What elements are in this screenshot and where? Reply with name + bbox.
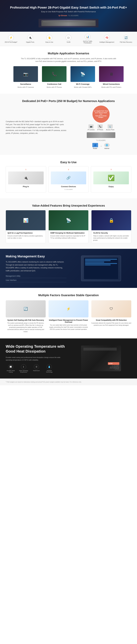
surveillance-image: 📷 bbox=[14, 66, 38, 82]
stable-grid: 🔄 System Self Healing with PoE Auto Reco… bbox=[6, 300, 131, 333]
heatsink-icon: 💧 bbox=[47, 364, 52, 369]
qos-icon: 📊 bbox=[85, 34, 90, 40]
compat-image: 🛡 bbox=[91, 300, 131, 318]
vlan-card-desc: Helps to isolate a network with higher s… bbox=[93, 235, 130, 241]
value-card-qos: 📊 QoS for a Lag-Free Experience Ensures … bbox=[6, 210, 46, 243]
wired-image: 🖥 bbox=[99, 66, 124, 82]
poe-devices: 📷 IP Camera 📞 IP Phone 📡 Access Point bbox=[88, 124, 114, 130]
feature-qos: 📊 QoS for Traffic Prioritization bbox=[80, 34, 96, 44]
product-3d-render: tp-link TL-SG1428PE 28-Port Gigabit Easy… bbox=[81, 346, 121, 371]
gigabit-icon: 🔌 bbox=[27, 35, 33, 40]
selfheal-desc: The system automatically pings to remote… bbox=[6, 322, 46, 333]
product-brand-badge: tp-link TL-SG1428PE 28-Port Gigabit Easy… bbox=[108, 362, 119, 370]
management-image bbox=[71, 256, 131, 281]
feature-poe-recovery: 🔄 PoE Auto Recovery bbox=[118, 35, 134, 43]
step2-image: 🔗 bbox=[51, 172, 86, 184]
hero-product-image bbox=[38, 19, 98, 28]
model-number: TL-SG1428PE bbox=[68, 15, 79, 16]
heat-product-image: tp-link TL-SG1428PE 28-Port Gigabit Easy… bbox=[71, 346, 131, 371]
tplink-logo: tp-Stream bbox=[58, 14, 67, 16]
feature-easy-use: 👆 Easy to Use bbox=[42, 35, 57, 43]
qos-card-desc: Ensures smooth traffic for latency-sensi… bbox=[8, 235, 44, 239]
selfheal-image: 🔄 bbox=[6, 300, 46, 318]
feature-gigabit: 🔌 Gigabit Ports bbox=[22, 35, 38, 43]
feature-poe-recovery-label: PoE Auto Recovery bbox=[120, 41, 132, 43]
screen-content bbox=[84, 258, 118, 267]
footer-note-text: * PoE budgets are based on laboratory te… bbox=[6, 381, 82, 383]
conference-image: 📞 bbox=[42, 66, 66, 82]
vlan-card-image: 🔒 bbox=[92, 210, 131, 230]
temperature-icon: 🌡 bbox=[21, 364, 26, 369]
step-plugin: 1 🔌 Plug In bbox=[6, 166, 46, 192]
step3-num: 3 bbox=[93, 169, 129, 170]
poe-section: Dedicated 24 PoE+ Ports (250 W Budget) f… bbox=[0, 94, 137, 155]
feature-gigabit-label: Gigabit Ports bbox=[26, 41, 34, 43]
scenarios-description: The TL-SG1428PE is fully compatible with… bbox=[20, 57, 117, 63]
feature-vlan: 🗂 VLAN bbox=[61, 35, 76, 43]
qos-card-title: QoS for a Lag-Free Experience bbox=[8, 232, 44, 234]
poe-badge-line1: 24+ Gigabit PoE+ Ports bbox=[94, 110, 108, 112]
easy-use-icon: 👆 bbox=[46, 35, 52, 40]
poe-title: Dedicated 24 PoE+ Ports (250 W Budget) f… bbox=[6, 100, 131, 103]
management-link-utility[interactable]: Management Utility bbox=[6, 275, 66, 278]
scenarios-grid: 📷 Surveillance Works with IP Cameras 📞 C… bbox=[6, 66, 131, 88]
value-section: Value-Added Features Bring Unexpected Ex… bbox=[0, 198, 137, 249]
compat-title: Great Compatibility with PD Detection bbox=[91, 319, 131, 321]
feature-easy-use-label: Easy to Use bbox=[46, 41, 53, 43]
rackmount-icon: 🖥 bbox=[34, 364, 39, 369]
management-description: TL-SG1428PE offers network monitoring fo… bbox=[6, 260, 66, 272]
screen-bar-1 bbox=[85, 259, 117, 260]
stable-section: Multiple Factors Guarantee Stable Operat… bbox=[0, 288, 137, 338]
power-budget-icon: ⚡ bbox=[8, 35, 14, 40]
heat-icon-heatsink: 💧 Heatsink Technology bbox=[44, 364, 54, 373]
management-link-ui[interactable]: User Interface bbox=[6, 279, 66, 282]
poe-device-camera: 📷 IP Camera bbox=[88, 124, 94, 130]
management-text: Making Management Easy TL-SG1428PE offer… bbox=[6, 254, 66, 282]
poe-device-phone: 📞 IP Phone bbox=[97, 124, 103, 130]
step-connect: 2 🔗 Connect Devices TL-SG1428PE bbox=[48, 166, 89, 192]
igmp-card-body: IGMP Snooping for Multicast Optimization… bbox=[49, 230, 88, 241]
igmp-card-title: IGMP Snooping for Multicast Optimization bbox=[50, 232, 86, 234]
heatsink-label: Heatsink Technology bbox=[44, 370, 54, 373]
step3-image: ✅ bbox=[93, 172, 129, 184]
poe-recovery-icon: 🔄 bbox=[123, 35, 129, 40]
internet-icon: 🌐 Internet bbox=[104, 143, 110, 149]
scenario-surveillance: 📷 Surveillance Works with IP Cameras bbox=[13, 66, 38, 88]
poe-badge: 24+ Gigabit PoE+ Ports Up to 30 W on Eac… bbox=[92, 106, 110, 123]
stable-card-selfheal: 🔄 System Self Healing with PoE Auto Reco… bbox=[6, 300, 46, 333]
step3-title: Enjoy bbox=[93, 186, 129, 188]
management-section: Making Management Easy TL-SG1428PE offer… bbox=[0, 249, 137, 288]
poe-switch-image bbox=[87, 132, 115, 138]
phone-label: IP Phone bbox=[97, 129, 103, 130]
phone-device-icon: 📞 bbox=[98, 124, 103, 128]
poe-content: Compliance with the 802.3af/at PoE+ stan… bbox=[6, 106, 131, 149]
value-title: Value-Added Features Bring Unexpected Ex… bbox=[6, 204, 131, 207]
step1-image: 🔌 bbox=[8, 172, 44, 184]
power-desc: You can easily label which ports have pr… bbox=[48, 324, 88, 330]
tplink-badge: tp-link bbox=[108, 362, 119, 365]
metal-casing-icon: 🔲 bbox=[8, 364, 13, 369]
internet-label: Internet bbox=[104, 148, 109, 149]
step2-title: Connect Devices bbox=[51, 186, 86, 188]
power-title: Intelligent Power Management to Prevent … bbox=[48, 319, 88, 323]
step2-switch-label: TL-SG1428PE bbox=[51, 189, 86, 190]
ap-device-icon: 📡 bbox=[108, 124, 113, 128]
heat-section: Wide Operating Temperature with Good Hea… bbox=[0, 338, 137, 378]
heat-text: Wide Operating Temperature with Good Hea… bbox=[6, 344, 66, 373]
temperature-label: Wide Operating Temperature bbox=[18, 370, 28, 373]
screen-bar-2 bbox=[85, 260, 110, 261]
heat-icon-rack: 🖥 Rackmount bbox=[32, 364, 42, 373]
product-bar bbox=[42, 20, 96, 26]
router-icon: 🔵 Router bbox=[92, 143, 98, 149]
intelligent-icon: 🧠 bbox=[104, 35, 110, 40]
easy-section: Easy to Use 1 🔌 Plug In 2 🔗 Connect Devi… bbox=[0, 155, 137, 198]
value-card-igmp: 📡 IGMP Snooping for Multicast Optimizati… bbox=[48, 210, 88, 243]
conference-label: Conference Call bbox=[47, 83, 61, 85]
scenarios-section: Multiple Application Scenarios The TL-SG… bbox=[0, 46, 137, 94]
qos-card-image: 📊 bbox=[6, 210, 46, 230]
heat-title: Wide Operating Temperature with Good Hea… bbox=[6, 344, 66, 354]
poe-switch-label: TL-SG1428PE bbox=[96, 140, 106, 141]
laptop-mockup bbox=[81, 256, 121, 281]
wifi-image: 📡 bbox=[70, 66, 95, 82]
poe-badge-line2: Up to 30 W on Each Port bbox=[94, 112, 108, 115]
